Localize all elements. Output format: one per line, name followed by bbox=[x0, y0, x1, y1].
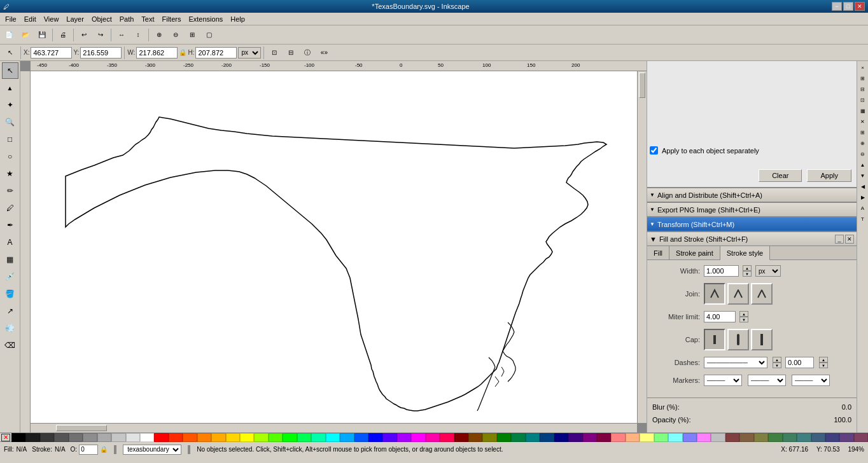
color-swatch-25[interactable] bbox=[368, 433, 382, 442]
color-swatch-5[interactable] bbox=[83, 433, 97, 442]
rect-tool[interactable]: □ bbox=[2, 131, 18, 148]
miter-input[interactable] bbox=[704, 311, 736, 322]
color-swatch-39[interactable] bbox=[568, 433, 582, 442]
cap-square-btn[interactable] bbox=[751, 329, 773, 350]
menu-edit[interactable]: Edit bbox=[20, 15, 40, 24]
strip-btn-4[interactable]: ⊡ bbox=[858, 95, 868, 105]
transform-button[interactable]: ⊡ bbox=[267, 45, 282, 60]
color-swatch-12[interactable] bbox=[183, 433, 197, 442]
color-swatch-19[interactable] bbox=[283, 433, 297, 442]
zoom-tool[interactable]: 🔍 bbox=[2, 114, 18, 130]
redo-button[interactable]: ↪ bbox=[93, 27, 108, 43]
spray-tool[interactable]: 💨 bbox=[2, 320, 18, 336]
color-swatch-42[interactable] bbox=[611, 433, 625, 442]
vertical-scrollbar[interactable] bbox=[637, 71, 647, 423]
color-swatch-55[interactable] bbox=[797, 433, 811, 442]
y-input[interactable] bbox=[80, 47, 122, 59]
color-swatch-16[interactable] bbox=[240, 433, 254, 442]
color-swatch-7[interactable] bbox=[111, 433, 125, 442]
color-swatch-8[interactable] bbox=[126, 433, 140, 442]
color-swatch-3[interactable] bbox=[54, 433, 68, 442]
width-unit-select[interactable]: px mm pt bbox=[755, 265, 781, 277]
object-props-button[interactable]: ⓘ bbox=[300, 45, 315, 60]
join-miter-btn[interactable] bbox=[704, 283, 725, 305]
cap-butt-btn[interactable] bbox=[704, 329, 725, 350]
align-distribute-header[interactable]: ▼ Align and Distribute (Shift+Ctrl+A) bbox=[647, 188, 857, 202]
zoom-out-button[interactable]: ⊖ bbox=[168, 27, 183, 43]
text-tool[interactable]: A bbox=[2, 234, 18, 251]
color-swatch-28[interactable] bbox=[411, 433, 425, 442]
strip-btn-13[interactable]: ▶ bbox=[858, 192, 868, 202]
color-swatch-24[interactable] bbox=[354, 433, 368, 442]
strip-btn-11[interactable]: ▼ bbox=[858, 170, 868, 181]
color-swatch-26[interactable] bbox=[382, 433, 396, 442]
menu-extensions[interactable]: Extensions bbox=[185, 15, 227, 24]
join-round-btn[interactable] bbox=[727, 283, 749, 305]
color-swatch-56[interactable] bbox=[811, 433, 825, 442]
clear-button[interactable]: Clear bbox=[759, 169, 802, 182]
no-color-swatch[interactable]: ✕ bbox=[1, 434, 10, 441]
color-swatch-58[interactable] bbox=[839, 433, 853, 442]
undo-button[interactable]: ↩ bbox=[76, 27, 92, 43]
color-swatch-54[interactable] bbox=[783, 433, 797, 442]
color-swatch-2[interactable] bbox=[40, 433, 54, 442]
tweak-tool[interactable]: ✦ bbox=[2, 97, 18, 113]
color-swatch-45[interactable] bbox=[654, 433, 668, 442]
strip-btn-10[interactable]: ▲ bbox=[858, 160, 868, 170]
color-swatch-14[interactable] bbox=[211, 433, 225, 442]
transform-header[interactable]: ▼ Transform (Shift+Ctrl+M) bbox=[647, 218, 857, 232]
color-swatch-17[interactable] bbox=[254, 433, 268, 442]
menu-file[interactable]: File bbox=[1, 15, 20, 24]
connector-tool[interactable]: ↗ bbox=[2, 303, 18, 319]
tab-stroke-style[interactable]: Stroke style bbox=[720, 246, 770, 260]
strip-btn-5[interactable]: ▦ bbox=[858, 106, 868, 116]
dash-spin-up[interactable]: ▲ bbox=[773, 357, 781, 363]
x-input[interactable] bbox=[31, 47, 72, 59]
dash-value-input[interactable] bbox=[785, 357, 814, 368]
color-swatch-52[interactable] bbox=[754, 433, 768, 442]
strip-btn-12[interactable]: ◀ bbox=[858, 181, 868, 191]
color-swatch-50[interactable] bbox=[725, 433, 739, 442]
gradient-tool[interactable]: ▦ bbox=[2, 251, 18, 268]
dash-spin-down[interactable]: ▼ bbox=[773, 363, 781, 368]
color-swatch-40[interactable] bbox=[583, 433, 597, 442]
color-swatch-41[interactable] bbox=[597, 433, 611, 442]
layer-select[interactable]: texasboundary bbox=[123, 445, 181, 455]
paint-bucket-tool[interactable]: 🪣 bbox=[2, 286, 18, 302]
select-tool[interactable]: ↖ bbox=[2, 62, 18, 79]
dashes-select[interactable]: ───────── - - - - - · · · · · bbox=[704, 357, 767, 368]
new-button[interactable]: 📄 bbox=[1, 27, 17, 43]
dash-val-spin-down[interactable]: ▼ bbox=[819, 363, 828, 368]
maximize-button[interactable]: □ bbox=[843, 2, 853, 11]
color-swatch-31[interactable] bbox=[454, 433, 468, 442]
width-spin-up[interactable]: ▲ bbox=[743, 265, 752, 271]
color-swatch-1[interactable] bbox=[25, 433, 39, 442]
color-swatch-37[interactable] bbox=[540, 433, 554, 442]
strip-btn-1[interactable]: × bbox=[858, 62, 868, 73]
save-button[interactable]: 💾 bbox=[34, 27, 50, 43]
marker-start-select[interactable]: ──── bbox=[704, 375, 742, 386]
fill-stroke-minimize[interactable]: _ bbox=[835, 235, 844, 244]
color-swatch-47[interactable] bbox=[683, 433, 697, 442]
strip-btn-9[interactable]: ⊖ bbox=[858, 149, 868, 159]
fill-stroke-close[interactable]: ✕ bbox=[845, 235, 854, 244]
strip-btn-7[interactable]: ⊞ bbox=[858, 127, 868, 137]
color-swatch-6[interactable] bbox=[97, 433, 111, 442]
strip-btn-14[interactable]: A bbox=[858, 203, 868, 213]
color-swatch-20[interactable] bbox=[297, 433, 311, 442]
miter-spin-down[interactable]: ▼ bbox=[739, 317, 748, 322]
pen-tool[interactable]: 🖊 bbox=[2, 200, 18, 216]
color-swatch-46[interactable] bbox=[668, 433, 682, 442]
color-swatch-49[interactable] bbox=[711, 433, 725, 442]
strip-btn-3[interactable]: ⊟ bbox=[858, 84, 868, 94]
unit-select[interactable]: px mm cm in bbox=[238, 47, 261, 59]
pencil-tool[interactable]: ✏ bbox=[2, 183, 18, 199]
color-swatch-48[interactable] bbox=[697, 433, 711, 442]
menu-text[interactable]: Text bbox=[137, 15, 158, 24]
open-button[interactable]: 📂 bbox=[18, 27, 33, 43]
dash-val-spin-up[interactable]: ▲ bbox=[819, 357, 828, 363]
color-swatch-53[interactable] bbox=[768, 433, 782, 442]
align-button[interactable]: ⊟ bbox=[283, 45, 298, 60]
join-bevel-btn[interactable] bbox=[751, 283, 773, 305]
color-swatch-33[interactable] bbox=[482, 433, 496, 442]
